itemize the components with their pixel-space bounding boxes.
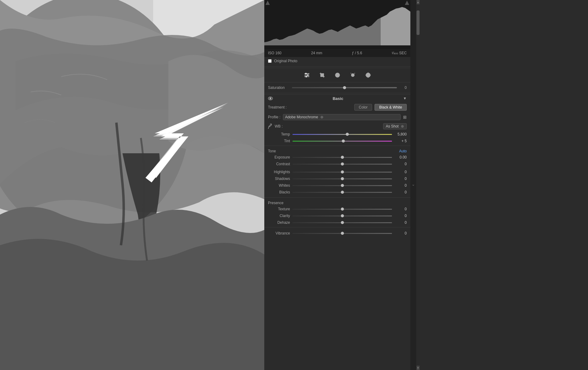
wb-select[interactable]: As Shot ⊕ [383, 123, 407, 129]
tone-section-header: Tone Auto [264, 147, 410, 154]
panel-collapse-button[interactable]: › [411, 185, 416, 186]
clarity-slider[interactable] [292, 216, 392, 216]
vibrance-label: Vibrance [268, 231, 290, 235]
whites-value: 0 [394, 183, 407, 188]
whites-thumb[interactable] [341, 184, 344, 187]
effects-tool-button[interactable] [364, 71, 373, 80]
svg-point-11 [307, 74, 308, 76]
highlights-thumb[interactable] [341, 170, 344, 174]
exposure-row: Exposure 0.00 [264, 154, 410, 161]
svg-point-29 [270, 98, 271, 99]
basic-section-chevron[interactable]: ▼ [403, 96, 407, 101]
panel-content: ISO 160 24 mm ƒ / 5.6 ¹⁄₈₀₀ SEC Original… [264, 0, 410, 370]
basic-section-header: Basic ▼ [264, 94, 410, 102]
metadata-bar: ISO 160 24 mm ƒ / 5.6 ¹⁄₈₀₀ SEC [264, 49, 410, 57]
dehaze-row: Dehaze 0 [264, 219, 410, 226]
presence-label: Presence [268, 201, 284, 205]
tint-thumb[interactable] [342, 139, 345, 143]
temp-label: Temp [268, 132, 290, 136]
scrollbar[interactable]: ▲ ▼ [417, 0, 420, 370]
treatment-row: Treatment : Color Black & White [264, 102, 410, 113]
svg-line-20 [354, 73, 355, 74]
tone-label: Tone [268, 149, 276, 153]
svg-point-9 [305, 73, 307, 74]
saturation-thumb[interactable] [343, 86, 346, 89]
svg-line-21 [351, 73, 351, 74]
texture-slider[interactable] [292, 209, 392, 210]
photo-area [0, 0, 264, 370]
temp-thumb[interactable] [346, 133, 349, 136]
saturation-label: Saturation [268, 86, 289, 90]
histogram-right-arrow[interactable] [405, 1, 409, 5]
vibrance-thumb[interactable] [341, 232, 344, 235]
histogram-left-arrow[interactable] [266, 1, 270, 5]
tint-slider[interactable] [292, 141, 392, 142]
svg-point-23 [367, 74, 369, 76]
texture-label: Texture [268, 207, 290, 211]
saturation-slider[interactable] [292, 87, 397, 88]
vibrance-value: 0 [394, 231, 407, 235]
scroll-thumb[interactable] [417, 10, 420, 35]
profile-grid-button[interactable]: ⊞ [403, 115, 407, 120]
clarity-thumb[interactable] [341, 214, 344, 217]
dehaze-label: Dehaze [268, 220, 290, 225]
blacks-row: Blacks 0 [264, 189, 410, 196]
temp-slider[interactable] [292, 134, 392, 135]
shadows-slider[interactable] [292, 178, 392, 179]
shadows-row: Shadows 0 [264, 175, 410, 182]
clarity-row: Clarity 0 [264, 212, 410, 219]
shadows-thumb[interactable] [341, 177, 344, 180]
scroll-track[interactable] [416, 4, 420, 366]
profile-select[interactable]: Adobe Monochrome ⊕ [283, 114, 401, 120]
right-panel: ISO 160 24 mm ƒ / 5.6 ¹⁄₈₀₀ SEC Original… [264, 0, 588, 370]
heal-tool-button[interactable] [333, 71, 342, 80]
highlights-row: Highlights 0 [264, 169, 410, 175]
aperture-value: ƒ / 5.6 [352, 51, 362, 55]
original-photo-label: Original Photo [274, 59, 297, 63]
treatment-color-button[interactable]: Color [354, 104, 372, 111]
exposure-value: 0.00 [394, 155, 407, 159]
temp-value: 5,800 [394, 132, 407, 136]
tint-row: Tint + 5 [264, 138, 410, 144]
highlights-slider[interactable] [292, 172, 392, 173]
blacks-thumb[interactable] [341, 191, 344, 194]
contrast-slider[interactable] [292, 164, 392, 165]
whites-slider[interactable] [292, 185, 392, 186]
crop-tool-button[interactable] [318, 71, 327, 80]
eye-icon[interactable] [268, 96, 273, 101]
panel-spacer [264, 237, 410, 370]
focal-length-value: 24 mm [311, 51, 322, 55]
highlights-value: 0 [394, 170, 407, 174]
redeye-tool-button[interactable] [348, 71, 357, 80]
exposure-thumb[interactable] [341, 156, 344, 159]
tone-auto-button[interactable]: Auto [399, 149, 407, 153]
saturation-row: Saturation 0 [264, 84, 410, 92]
blacks-label: Blacks [268, 190, 290, 194]
profile-label: Profile : [268, 115, 281, 119]
texture-value: 0 [394, 207, 407, 211]
svg-rect-14 [321, 74, 324, 77]
svg-point-19 [352, 74, 353, 76]
eyedropper-icon[interactable] [268, 124, 272, 129]
exposure-slider[interactable] [292, 157, 392, 158]
dehaze-value: 0 [394, 220, 407, 225]
vibrance-row: Vibrance 0 [264, 230, 410, 237]
dehaze-thumb[interactable] [341, 221, 344, 224]
clarity-label: Clarity [268, 214, 290, 218]
treatment-bw-button[interactable]: Black & White [375, 104, 407, 111]
contrast-thumb[interactable] [341, 162, 344, 166]
shadows-value: 0 [394, 177, 407, 181]
basic-section-title: Basic [333, 96, 343, 101]
contrast-value: 0 [394, 162, 407, 166]
contrast-row: Contrast 0 [264, 161, 410, 167]
adjustments-tool-button[interactable] [302, 71, 311, 80]
temp-row: Temp 5,800 [264, 131, 410, 138]
saturation-value: 0 [399, 86, 407, 90]
blacks-slider[interactable] [292, 192, 392, 193]
vibrance-slider[interactable] [292, 233, 392, 234]
treatment-label: Treatment : [268, 105, 352, 109]
texture-thumb[interactable] [341, 208, 344, 211]
rock-photo [0, 0, 264, 370]
dehaze-slider[interactable] [292, 222, 392, 223]
original-photo-checkbox[interactable] [268, 59, 272, 63]
